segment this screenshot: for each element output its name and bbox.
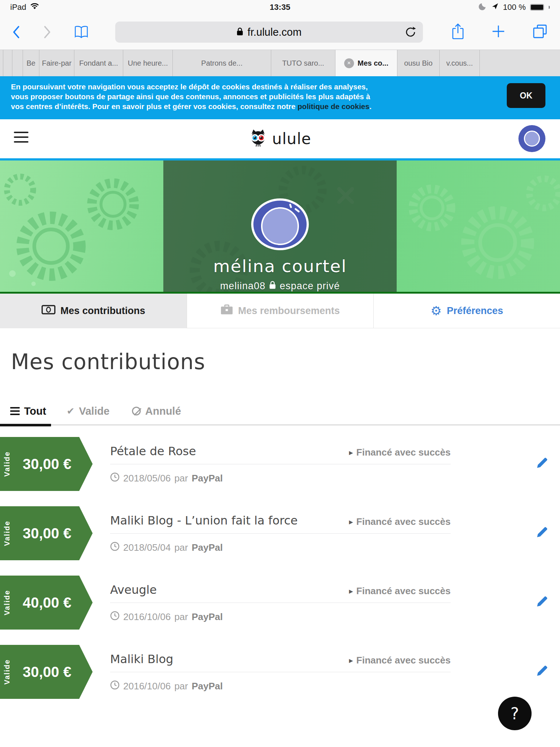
- profile-name: mélina courtel: [213, 256, 347, 276]
- status-bar: iPad 13:35 100 %: [0, 0, 560, 15]
- edit-pencil-icon[interactable]: [536, 596, 548, 609]
- avatar-face: [261, 207, 299, 245]
- contribution-date: 2018/05/06: [123, 473, 171, 484]
- project-title-link[interactable]: Maliki Blog - L’union fait la force: [110, 514, 298, 527]
- tabs-button[interactable]: [532, 24, 548, 40]
- profile-username: meliina08: [220, 280, 266, 292]
- project-title-link[interactable]: Pétale de Rose: [110, 444, 196, 458]
- project-title-link[interactable]: Maliki Blog: [110, 652, 173, 666]
- battery-icon: [530, 4, 544, 11]
- help-button[interactable]: ?: [498, 697, 532, 730]
- funding-status-link[interactable]: ▸Financé avec succès: [349, 516, 451, 527]
- browser-tab[interactable]: Be: [23, 50, 39, 76]
- payment-method: PayPal: [192, 681, 223, 692]
- user-avatar-button[interactable]: [518, 125, 545, 152]
- new-tab-button[interactable]: [491, 24, 505, 40]
- privacy-badge: espace privé: [280, 280, 340, 292]
- browser-tab[interactable]: Patrons de...: [173, 50, 271, 76]
- profile-hero: mélina courtel meliina08 espace privé: [0, 160, 560, 294]
- funding-status-link[interactable]: ▸Financé avec succès: [349, 585, 451, 597]
- contribution-date: 2016/10/06: [123, 681, 171, 692]
- funding-status-link[interactable]: ▸Financé avec succès: [349, 655, 451, 666]
- browser-tab[interactable]: [0, 50, 3, 76]
- filter-annule[interactable]: Annulé: [132, 405, 181, 417]
- lock-icon: [269, 280, 276, 292]
- clock-icon: [110, 542, 120, 554]
- clock-icon: [110, 680, 120, 692]
- lock-icon: [237, 27, 243, 37]
- edit-pencil-icon[interactable]: [536, 457, 548, 471]
- status-badge: Valide 30,00 €: [0, 645, 93, 699]
- tab-close-icon[interactable]: ×: [344, 58, 354, 68]
- browser-tab[interactable]: ousu Bio: [397, 50, 440, 76]
- profile-avatar: [251, 198, 309, 250]
- status-badge: Valide 40,00 €: [0, 576, 93, 630]
- payment-method: PayPal: [192, 542, 223, 553]
- sparkle-icon: [289, 204, 292, 208]
- address-bar[interactable]: fr.ulule.com: [115, 22, 423, 43]
- browser-toolbar: fr.ulule.com: [0, 15, 560, 50]
- tab-strip: Be Faire-par Fondant a... Une heure... P…: [0, 50, 560, 76]
- chevron-right-icon: ▸: [349, 656, 353, 665]
- clock-time: 13:35: [0, 3, 560, 12]
- browser-tab-active[interactable]: × Mes co...: [335, 50, 397, 76]
- contribution-date: 2016/10/06: [123, 611, 171, 623]
- browser-tab[interactable]: TUTO saro...: [271, 50, 335, 76]
- browser-tab[interactable]: v.cous...: [440, 50, 480, 76]
- check-icon: ✔: [67, 406, 75, 417]
- back-button[interactable]: [12, 26, 20, 39]
- status-badge: Valide 30,00 €: [0, 437, 93, 491]
- project-title-link[interactable]: Aveugle: [110, 583, 157, 597]
- divider: [110, 603, 451, 603]
- contribution-row: Valide 40,00 € Aveugle ▸Financé avec suc…: [0, 576, 560, 630]
- main-content: Mes contributions Tout ✔ Valide Annulé V…: [0, 328, 560, 699]
- filter-bar: Tout ✔ Valide Annulé: [0, 398, 560, 425]
- page-title: Mes contributions: [11, 349, 560, 374]
- browser-tab[interactable]: [3, 50, 12, 76]
- browser-tab[interactable]: Fondant a...: [74, 50, 123, 76]
- banknote-icon: [42, 305, 55, 317]
- cookie-text: En poursuivant votre navigation vous acc…: [11, 82, 379, 111]
- tab-mes-contributions[interactable]: Mes contributions: [0, 294, 187, 328]
- cookie-policy-link[interactable]: politique de cookies: [298, 102, 369, 111]
- ulule-logo[interactable]: ulule: [0, 128, 560, 150]
- contribution-row: Valide 30,00 € Maliki Blog ▸Financé avec…: [0, 645, 560, 699]
- clock-icon: [110, 472, 120, 484]
- hero-overlay-panel: mélina courtel meliina08 espace privé: [163, 160, 397, 292]
- browser-tab[interactable]: Faire-par: [39, 50, 74, 76]
- payment-method: PayPal: [192, 473, 223, 484]
- contribution-date: 2018/05/04: [123, 542, 171, 553]
- avatar: [524, 131, 540, 147]
- browser-tab[interactable]: [12, 50, 23, 76]
- brand-name: ulule: [272, 130, 311, 148]
- section-tabs: Mes contributions Mes remboursements ⚙ P…: [0, 294, 560, 328]
- forward-button[interactable]: [44, 26, 51, 39]
- sparkle-icon: [294, 208, 300, 213]
- gear-icon: ⚙: [431, 305, 442, 317]
- status-badge: Valide 30,00 €: [0, 506, 93, 560]
- cancel-icon: [132, 407, 141, 415]
- menu-filter-icon: [10, 407, 20, 415]
- divider: [110, 533, 451, 534]
- contribution-row: Valide 30,00 € Maliki Blog - L’union fai…: [0, 506, 560, 560]
- share-button[interactable]: [451, 23, 464, 41]
- reload-button[interactable]: [405, 26, 416, 39]
- briefcase-icon: [221, 304, 233, 318]
- funding-status-link[interactable]: ▸Financé avec succès: [349, 447, 451, 458]
- cookie-ok-button[interactable]: OK: [507, 83, 545, 108]
- contribution-row: Valide 30,00 € Pétale de Rose ▸Financé a…: [0, 437, 560, 491]
- edit-pencil-icon[interactable]: [536, 665, 548, 678]
- bookmarks-button[interactable]: [74, 26, 89, 39]
- browser-tab[interactable]: Une heure...: [123, 50, 173, 76]
- site-header: ulule: [0, 119, 560, 158]
- tab-preferences[interactable]: ⚙ Préférences: [373, 294, 560, 328]
- active-filter-underline: [0, 424, 51, 426]
- divider: [110, 464, 451, 464]
- tab-mes-remboursements[interactable]: Mes remboursements: [187, 294, 373, 328]
- filter-tout[interactable]: Tout: [10, 405, 46, 417]
- filter-valide[interactable]: ✔ Valide: [67, 405, 110, 417]
- clock-icon: [110, 611, 120, 623]
- chevron-right-icon: ▸: [349, 517, 353, 526]
- cookie-banner: En poursuivant votre navigation vous acc…: [0, 76, 560, 119]
- edit-pencil-icon[interactable]: [536, 527, 548, 540]
